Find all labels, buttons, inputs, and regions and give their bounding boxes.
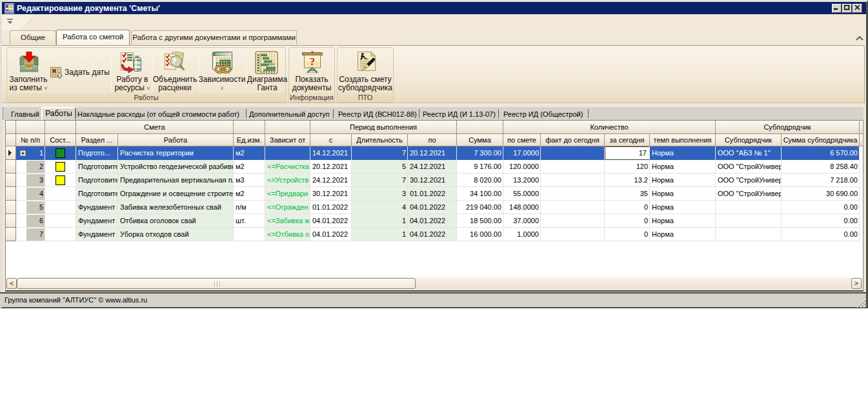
svg-text:?: ? [310, 56, 315, 67]
